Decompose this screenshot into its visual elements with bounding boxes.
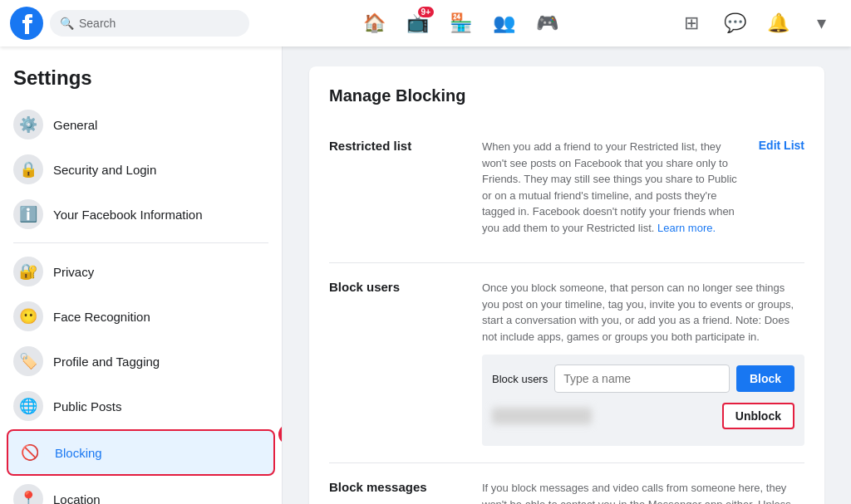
blocked-user-row: Unblock xyxy=(492,396,794,436)
blocking-icon: 🚫 xyxy=(15,438,45,467)
block-messages-label: Block messages xyxy=(329,480,462,504)
restricted-list-desc: When you add a friend to your Restricted… xyxy=(482,139,749,236)
home-nav-button[interactable]: 🏠 xyxy=(354,3,394,43)
sidebar-label-privacy: Privacy xyxy=(53,265,94,279)
account-menu-button[interactable]: ▾ xyxy=(801,3,841,43)
sidebar-label-general: General xyxy=(53,118,97,132)
sidebar-divider-1 xyxy=(13,242,268,243)
notification-badge: 9+ xyxy=(418,7,434,17)
block-users-desc: Once you block someone, that person can … xyxy=(482,280,804,345)
block-messages-section: Block messages If you block messages and… xyxy=(329,463,804,504)
sidebar-item-general[interactable]: ⚙️ General xyxy=(7,103,275,146)
restricted-list-section: Restricted list When you add a friend to… xyxy=(329,122,804,263)
page-layout: Settings ⚙️ General 🔒 Security and Login… xyxy=(0,46,851,504)
block-users-section: Block users Once you block someone, that… xyxy=(329,263,804,463)
main-content: Manage Blocking Restricted list When you… xyxy=(283,46,851,504)
public-posts-icon: 🌐 xyxy=(13,391,43,421)
block-button[interactable]: Block xyxy=(736,365,794,392)
sidebar-item-blocking[interactable]: 🚫 Blocking 1 xyxy=(7,429,275,476)
block-messages-header: Block messages If you block messages and… xyxy=(329,480,804,504)
sidebar-item-public-posts[interactable]: 🌐 Public Posts xyxy=(7,384,275,428)
sidebar-label-public-posts: Public Posts xyxy=(53,399,122,413)
unblock-button[interactable]: Unblock xyxy=(722,403,794,429)
general-icon: ⚙️ xyxy=(13,110,43,139)
blocked-user-name xyxy=(492,408,592,424)
restricted-list-header: Restricted list When you add a friend to… xyxy=(329,139,804,246)
search-placeholder: Search xyxy=(79,17,116,30)
apps-icon: ⊞ xyxy=(684,12,699,34)
face-icon: 😶 xyxy=(13,301,43,331)
block-users-label: Block users xyxy=(329,280,462,446)
privacy-icon: 🔐 xyxy=(13,257,43,286)
store-icon: 🏪 xyxy=(450,12,472,34)
notifications-button[interactable]: 🔔 xyxy=(758,3,798,43)
gaming-icon: 🎮 xyxy=(536,12,558,34)
security-icon: 🔒 xyxy=(13,154,43,184)
sidebar-label-location: Location xyxy=(53,492,101,505)
restricted-list-label: Restricted list xyxy=(329,139,462,246)
block-input-inline-label: Block users xyxy=(492,373,548,385)
nav-center-icons: 🏠 📺 9+ 🏪 👥 🎮 xyxy=(249,3,671,43)
people-nav-button[interactable]: 👥 xyxy=(484,3,524,43)
chevron-down-icon: ▾ xyxy=(817,12,826,34)
info-icon: ℹ️ xyxy=(13,199,43,229)
blocking-badge-1: 1 xyxy=(278,424,283,444)
location-icon: 📍 xyxy=(13,484,43,504)
manage-blocking-card: Manage Blocking Restricted list When you… xyxy=(309,66,824,504)
home-icon: 🏠 xyxy=(363,12,386,34)
sidebar-item-security[interactable]: 🔒 Security and Login xyxy=(7,148,275,191)
sidebar-item-privacy[interactable]: 🔐 Privacy xyxy=(7,250,275,293)
sidebar-label-blocking: Blocking xyxy=(55,446,102,460)
block-input-group: Block users Block xyxy=(492,365,794,393)
sidebar-label-profile-tagging: Profile and Tagging xyxy=(53,355,160,369)
restricted-learn-more-link[interactable]: Learn more. xyxy=(657,222,716,234)
sidebar-item-face-recognition[interactable]: 😶 Face Recognition xyxy=(7,295,275,338)
top-navigation: 🔍 Search 🏠 📺 9+ 🏪 👥 🎮 ⊞ 💬 🔔 xyxy=(0,0,851,46)
restricted-list-body: When you add a friend to your Restricted… xyxy=(482,139,804,246)
messenger-icon: 💬 xyxy=(724,12,746,34)
restricted-list-top-row: When you add a friend to your Restricted… xyxy=(482,139,804,246)
store-nav-button[interactable]: 🏪 xyxy=(440,3,480,43)
nav-right-icons: ⊞ 💬 🔔 ▾ xyxy=(671,3,841,43)
block-messages-desc: If you block messages and video calls fr… xyxy=(482,480,804,504)
search-icon: 🔍 xyxy=(60,17,74,30)
sidebar-item-profile-tagging[interactable]: 🏷️ Profile and Tagging xyxy=(7,340,275,383)
edit-list-link[interactable]: Edit List xyxy=(759,139,804,152)
sidebar-label-face-recognition: Face Recognition xyxy=(53,310,150,324)
settings-sidebar: Settings ⚙️ General 🔒 Security and Login… xyxy=(0,46,283,504)
video-nav-button[interactable]: 📺 9+ xyxy=(397,3,437,43)
facebook-logo[interactable] xyxy=(10,7,43,40)
tagging-icon: 🏷️ xyxy=(13,346,43,376)
gaming-nav-button[interactable]: 🎮 xyxy=(527,3,567,43)
apps-menu-button[interactable]: ⊞ xyxy=(671,3,711,43)
sidebar-label-facebook-info: Your Facebook Information xyxy=(53,208,203,222)
people-icon: 👥 xyxy=(493,12,515,34)
sidebar-title: Settings xyxy=(7,60,275,103)
block-users-body: Once you block someone, that person can … xyxy=(482,280,804,446)
block-users-form: Block users Block Unblock xyxy=(482,355,804,446)
block-users-header: Block users Once you block someone, that… xyxy=(329,280,804,446)
sidebar-label-security: Security and Login xyxy=(53,163,156,177)
bell-icon: 🔔 xyxy=(767,12,790,34)
block-messages-body: If you block messages and video calls fr… xyxy=(482,480,804,504)
sidebar-item-facebook-info[interactable]: ℹ️ Your Facebook Information xyxy=(7,193,275,236)
search-bar[interactable]: 🔍 Search xyxy=(50,10,249,37)
page-title: Manage Blocking xyxy=(329,86,804,105)
messenger-button[interactable]: 💬 xyxy=(715,3,755,43)
sidebar-item-location[interactable]: 📍 Location xyxy=(7,477,275,504)
block-name-input[interactable] xyxy=(554,365,730,393)
